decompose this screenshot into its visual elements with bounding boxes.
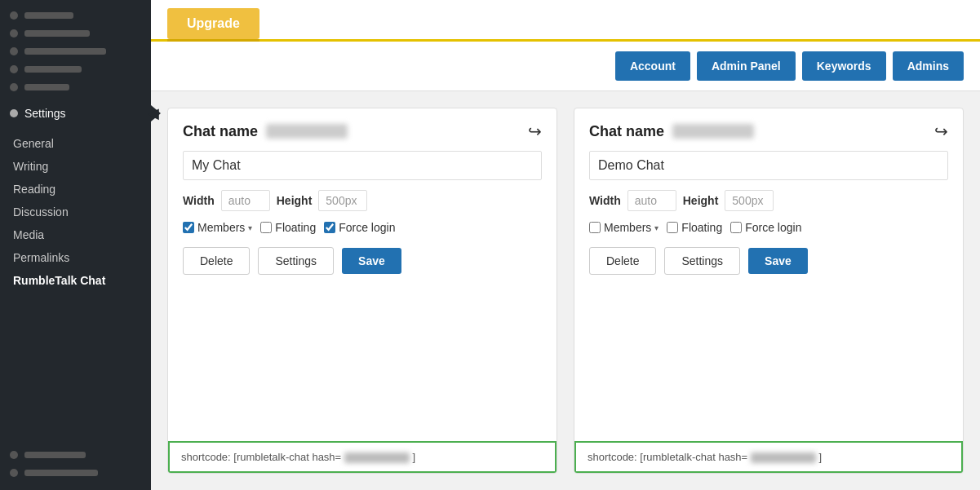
sidebar-circle bbox=[10, 29, 18, 38]
save-button-1[interactable]: Save bbox=[342, 248, 401, 274]
sidebar-placeholder-3 bbox=[0, 42, 151, 60]
force-login-label-2: Force login bbox=[745, 221, 801, 234]
sidebar-placeholder-b2 bbox=[0, 464, 151, 482]
sidebar-menu: General Writing Reading Discussion Media… bbox=[0, 126, 151, 298]
sidebar-item-writing[interactable]: Writing bbox=[0, 155, 151, 178]
members-chevron-2[interactable]: ▾ bbox=[654, 223, 659, 232]
sidebar-bar bbox=[24, 84, 69, 90]
actions-row-1: Delete Settings Save bbox=[183, 247, 542, 275]
chat-card-2: Chat name ↪ Width Height Members ▾ bbox=[574, 108, 964, 474]
sidebar-bar bbox=[24, 470, 98, 476]
height-input-2[interactable] bbox=[725, 190, 774, 211]
settings-button-2[interactable]: Settings bbox=[664, 247, 740, 275]
save-button-2[interactable]: Save bbox=[748, 248, 808, 274]
shortcode-hash-2 bbox=[751, 452, 816, 463]
sidebar-bar bbox=[24, 452, 86, 458]
topbar: Account Admin Panel Keywords Admins bbox=[151, 42, 980, 91]
shortcode-bar-1: shortcode: [rumbletalk-chat hash= ] bbox=[168, 441, 557, 473]
chat-name-blurred-1 bbox=[266, 124, 348, 139]
floating-label-2: Floating bbox=[681, 221, 722, 234]
dimensions-row-2: Width Height bbox=[589, 190, 948, 211]
force-login-checkbox-2[interactable] bbox=[730, 222, 742, 233]
sidebar-item-discussion[interactable]: Discussion bbox=[0, 201, 151, 223]
upgrade-bar: Upgrade bbox=[151, 0, 980, 42]
cards-container: Chat name ↪ Width Height Members ▾ bbox=[151, 91, 980, 490]
sidebar-bar bbox=[24, 66, 82, 73]
shortcode-prefix-2: shortcode: [rumbletalk-chat hash= bbox=[588, 451, 747, 463]
shortcode-bar-2: shortcode: [rumbletalk-chat hash= ] bbox=[574, 441, 963, 473]
settings-button-1[interactable]: Settings bbox=[258, 247, 334, 275]
sidebar-bar bbox=[24, 12, 73, 19]
shortcode-suffix-2: ] bbox=[818, 451, 822, 463]
chat-card-1: Chat name ↪ Width Height Members ▾ bbox=[167, 108, 557, 474]
force-login-label-1: Force login bbox=[339, 221, 395, 234]
sidebar-bottom bbox=[0, 446, 151, 490]
floating-group-1: Floating bbox=[260, 221, 316, 234]
chat-name-blurred-2 bbox=[672, 124, 754, 139]
floating-label-1: Floating bbox=[275, 221, 316, 234]
delete-button-1[interactable]: Delete bbox=[183, 247, 250, 275]
force-login-checkbox-1[interactable] bbox=[324, 222, 335, 233]
card-1-inner: Chat name ↪ Width Height Members ▾ bbox=[168, 108, 557, 441]
dimensions-row-1: Width Height bbox=[183, 190, 542, 211]
sidebar-item-media[interactable]: Media bbox=[0, 223, 151, 246]
keywords-button[interactable]: Keywords bbox=[802, 51, 886, 81]
upgrade-button[interactable]: Upgrade bbox=[167, 8, 259, 39]
sidebar-bar bbox=[24, 30, 90, 37]
admin-panel-button[interactable]: Admin Panel bbox=[697, 51, 796, 81]
height-input-1[interactable] bbox=[318, 190, 367, 211]
members-chevron-1[interactable]: ▾ bbox=[248, 223, 252, 232]
chat-input-name-2[interactable] bbox=[589, 151, 948, 180]
account-button[interactable]: Account bbox=[615, 51, 690, 81]
chat-name-label-1: Chat name bbox=[183, 123, 258, 140]
sidebar-circle bbox=[10, 451, 18, 459]
chat-name-row-1: Chat name ↪ bbox=[183, 121, 542, 141]
sidebar-bar bbox=[24, 48, 106, 55]
width-input-2[interactable] bbox=[627, 190, 676, 211]
members-group-2: Members ▾ bbox=[589, 221, 659, 234]
settings-label: Settings bbox=[24, 107, 66, 120]
sidebar-item-settings[interactable]: Settings bbox=[0, 101, 151, 126]
main-area: Upgrade Account Admin Panel Keywords Adm… bbox=[151, 0, 980, 490]
chat-input-name-1[interactable] bbox=[183, 151, 542, 180]
chat-name-row-2: Chat name ↪ bbox=[589, 121, 948, 141]
shortcode-prefix-1: shortcode: [rumbletalk-chat hash= bbox=[181, 451, 341, 463]
sidebar-circle bbox=[10, 83, 18, 91]
members-checkbox-2[interactable] bbox=[589, 222, 601, 233]
sidebar-placeholder-1 bbox=[0, 7, 151, 24]
sidebar-item-rumbletalk[interactable]: RumbleTalk Chat bbox=[0, 269, 151, 292]
sidebar-circle bbox=[10, 11, 18, 20]
sidebar-item-general[interactable]: General bbox=[0, 132, 151, 155]
shortcode-hash-1 bbox=[344, 452, 410, 463]
sidebar-arrow-icon bbox=[151, 105, 161, 121]
members-label-1: Members bbox=[197, 221, 245, 234]
admins-button[interactable]: Admins bbox=[893, 51, 964, 81]
height-label-2: Height bbox=[683, 194, 719, 207]
card-2-inner: Chat name ↪ Width Height Members ▾ bbox=[574, 108, 963, 441]
members-checkbox-1[interactable] bbox=[183, 222, 194, 233]
force-login-group-2: Force login bbox=[730, 221, 801, 234]
chat-name-label-2: Chat name bbox=[589, 123, 664, 140]
options-row-2: Members ▾ Floating Force login bbox=[589, 221, 948, 234]
delete-button-2[interactable]: Delete bbox=[589, 247, 656, 275]
floating-checkbox-1[interactable] bbox=[260, 222, 272, 233]
sidebar-circle bbox=[10, 47, 18, 55]
members-label-2: Members bbox=[604, 221, 651, 234]
shortcode-suffix-1: ] bbox=[412, 451, 415, 463]
actions-row-2: Delete Settings Save bbox=[589, 247, 948, 275]
floating-checkbox-2[interactable] bbox=[667, 222, 678, 233]
sidebar-item-permalinks[interactable]: Permalinks bbox=[0, 246, 151, 269]
sidebar-placeholder-b1 bbox=[0, 446, 151, 464]
share-icon-1[interactable]: ↪ bbox=[528, 121, 542, 141]
width-input-1[interactable] bbox=[221, 190, 270, 211]
settings-circle-icon bbox=[10, 109, 18, 117]
sidebar-item-reading[interactable]: Reading bbox=[0, 178, 151, 201]
width-label-1: Width bbox=[183, 194, 215, 207]
sidebar-placeholder-2 bbox=[0, 24, 151, 42]
sidebar-placeholder-4 bbox=[0, 60, 151, 78]
sidebar: Settings General Writing Reading Discuss… bbox=[0, 0, 151, 490]
share-icon-2[interactable]: ↪ bbox=[934, 121, 948, 141]
width-label-2: Width bbox=[589, 194, 621, 207]
force-login-group-1: Force login bbox=[324, 221, 395, 234]
sidebar-placeholder-5 bbox=[0, 78, 151, 96]
